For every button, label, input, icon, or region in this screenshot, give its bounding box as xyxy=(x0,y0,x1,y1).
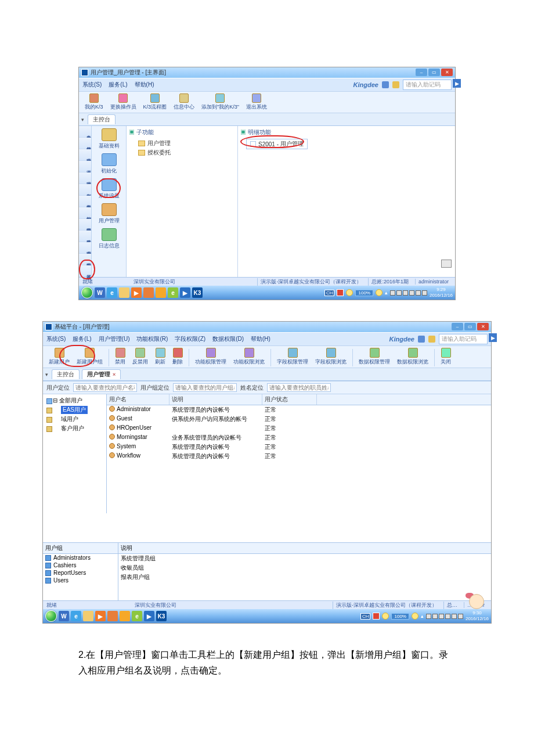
minimize-button[interactable]: – xyxy=(452,323,463,330)
task-app-icon[interactable] xyxy=(143,287,154,298)
tab-main[interactable]: 主控台 xyxy=(52,369,80,379)
vtab[interactable]: 集团财务 xyxy=(79,196,91,207)
tray-icon[interactable] xyxy=(445,614,450,619)
menu-data-perm[interactable]: 数据权限(D) xyxy=(212,335,244,343)
menu-help[interactable]: 帮助(H) xyxy=(135,81,154,89)
vtab[interactable]: 财务会计 xyxy=(79,126,91,138)
vtab[interactable]: 移动商务 xyxy=(79,231,91,242)
vtab-system-settings[interactable]: 系统设置 xyxy=(79,265,91,277)
menu-user-mgmt[interactable]: 用户管理(U) xyxy=(99,335,130,343)
clock[interactable]: 9:30 2016/12/16 xyxy=(466,610,489,622)
tray-icon[interactable] xyxy=(439,614,444,619)
tray-icon[interactable] xyxy=(452,614,457,619)
tray-icon[interactable] xyxy=(403,290,408,296)
group-row[interactable]: Cashiers xyxy=(43,561,118,569)
task-app2-icon[interactable] xyxy=(156,287,166,298)
title-bar[interactable]: 基础平台 - [用户管理] – ▭ ✕ xyxy=(43,322,491,332)
ime-lang[interactable]: CH xyxy=(324,290,335,296)
minimize-button[interactable]: – xyxy=(416,69,427,76)
task-app4-icon[interactable]: ▶ xyxy=(180,287,190,298)
ime-mode-icon[interactable] xyxy=(337,289,344,296)
detail-item[interactable]: S2001 - 用户管理 xyxy=(246,139,308,149)
tb-info[interactable]: 信息中心 xyxy=(170,93,198,111)
menu-system[interactable]: 系统(S) xyxy=(46,335,66,343)
help-go-button[interactable]: ▶ xyxy=(453,79,461,88)
tb-close[interactable]: 关闭 xyxy=(437,347,454,366)
tab-close-icon[interactable]: × xyxy=(113,372,116,377)
tb-func-perm-view[interactable]: 功能权限浏览 xyxy=(230,347,268,366)
vtab[interactable]: 资金管理 xyxy=(79,172,91,184)
tb-exit[interactable]: 退出系统 xyxy=(243,93,270,111)
menu-system[interactable]: 系统(S) xyxy=(82,81,102,89)
zoom-indicator[interactable]: 100% xyxy=(355,290,373,296)
menu-func-perm[interactable]: 功能权限(R) xyxy=(136,335,168,343)
menu-field-perm[interactable]: 字段权限(Z) xyxy=(175,335,205,343)
tb-func-perm-mgmt[interactable]: 功能权限管理 xyxy=(192,347,230,366)
tray-caret-icon[interactable]: ▴ xyxy=(421,613,424,619)
start-button[interactable] xyxy=(81,287,93,298)
tray-icon[interactable] xyxy=(458,614,463,619)
tb-data-perm-view[interactable]: 数据权限浏览 xyxy=(394,347,432,366)
filter-group-input[interactable] xyxy=(173,383,237,392)
title-bar[interactable]: 用户管理_用户管理 - [主界面] – ▭ ✕ xyxy=(79,67,455,78)
group-row[interactable]: Administrators xyxy=(43,554,118,561)
groups-header-desc[interactable]: 说明 xyxy=(118,543,491,554)
vtab[interactable]: 供应链分析 xyxy=(79,138,91,149)
tray-icon[interactable] xyxy=(396,290,402,296)
ime-lang[interactable]: CH xyxy=(360,613,371,620)
filter-name-input[interactable] xyxy=(267,383,331,392)
menu-help[interactable]: 帮助(H) xyxy=(251,335,270,343)
side-user-mgmt[interactable]: 用户管理 xyxy=(99,203,120,225)
tree-client-user[interactable]: 客户用户 xyxy=(45,424,104,433)
tb-enable[interactable]: 反禁用 xyxy=(129,347,151,366)
tab-main[interactable]: 主控台 xyxy=(88,114,116,124)
tray-icon[interactable] xyxy=(422,290,427,296)
ime-mode-icon[interactable] xyxy=(373,613,380,620)
vtab[interactable]: 仓存管理 xyxy=(79,242,91,254)
task-app-icon[interactable] xyxy=(107,611,118,621)
task-k3-icon[interactable]: K3 xyxy=(156,611,167,621)
task-ie-icon[interactable]: e xyxy=(71,611,81,621)
maximize-button[interactable]: ▭ xyxy=(464,323,476,330)
tree-root[interactable]: ⊟ 全部用户 xyxy=(45,396,104,405)
tree-domain-user[interactable]: 域用户 xyxy=(45,415,104,424)
help-go-button[interactable]: ▶ xyxy=(489,333,497,342)
vtab[interactable]: 集团管理 xyxy=(79,219,91,231)
tb-data-perm-mgmt[interactable]: 数据权限管理 xyxy=(355,347,394,366)
menu-service[interactable]: 服务(L) xyxy=(73,335,91,343)
tray-icon[interactable] xyxy=(390,290,395,296)
sub-auth-delegate[interactable]: 授权委托 xyxy=(129,148,235,157)
tree-eas-user[interactable]: EAS用户 xyxy=(45,405,104,415)
tb-myk3[interactable]: 我的K/3 xyxy=(81,93,107,111)
tb-field-perm-mgmt[interactable]: 字段权限管理 xyxy=(273,347,312,366)
tb-add-myk3[interactable]: 添加到"我的K/3" xyxy=(198,93,243,111)
tb-switch-operator[interactable]: 更换操作员 xyxy=(107,93,140,111)
grid-header-status[interactable]: 用户状态 xyxy=(262,394,317,405)
task-media-icon[interactable]: ▶ xyxy=(95,611,106,621)
vtab[interactable]: 生产制 xyxy=(79,184,91,196)
tray-icon[interactable] xyxy=(426,614,431,619)
grid-row[interactable]: HROpenUser正常 xyxy=(107,424,491,433)
task-explorer-icon[interactable] xyxy=(119,287,129,298)
zoom-indicator[interactable]: 100% xyxy=(391,613,409,620)
grid-row[interactable]: Administrator系统管理员的内设帐号正常 xyxy=(107,405,491,415)
grid-header-desc[interactable]: 说明 xyxy=(169,394,262,405)
side-init[interactable]: 初始化 xyxy=(101,153,117,175)
side-sys-setting[interactable]: 系统设置 xyxy=(99,178,120,200)
task-word-icon[interactable]: W xyxy=(95,287,105,298)
tb-flow[interactable]: K/3流程图 xyxy=(140,93,171,111)
help-search[interactable]: 请输入助记码 xyxy=(439,334,488,344)
tb-field-perm-view[interactable]: 字段权限浏览 xyxy=(312,347,350,366)
filter-user-input[interactable] xyxy=(73,383,137,392)
task-k3-icon[interactable]: K3 xyxy=(192,287,203,298)
tb-new-user-group[interactable]: 新建用户组 xyxy=(73,347,106,366)
tab-caret-icon[interactable]: ▾ xyxy=(81,117,84,123)
side-basic-data[interactable]: 基础资料 xyxy=(99,128,120,150)
groups-header-name[interactable]: 用户组 xyxy=(43,543,118,554)
tab-user-mgmt[interactable]: 用户管理× xyxy=(82,369,121,379)
vtab[interactable]: 财务管理 xyxy=(79,254,91,265)
grid-row[interactable]: Morningstar业务系统管理员的内设帐号正常 xyxy=(107,433,491,442)
side-log[interactable]: 日志信息 xyxy=(99,228,120,250)
task-app4-icon[interactable]: ▶ xyxy=(144,611,154,621)
task-explorer-icon[interactable] xyxy=(83,611,93,621)
